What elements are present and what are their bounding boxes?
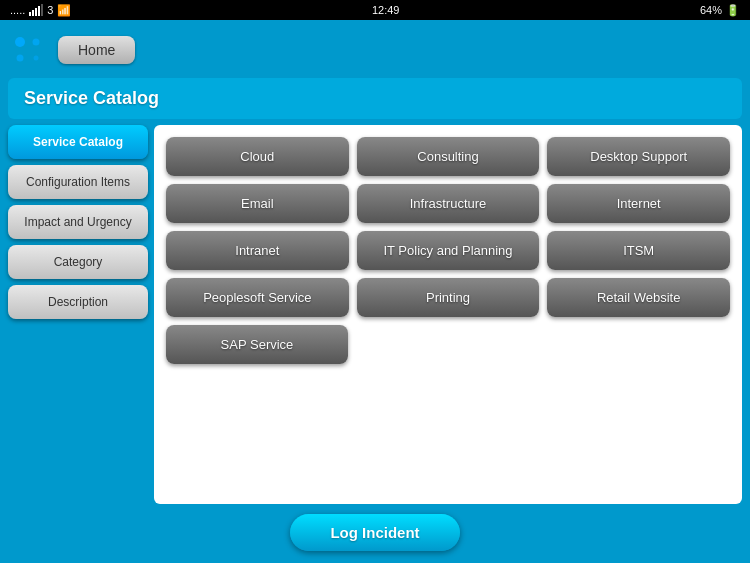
carrier-text: ..... [10, 4, 25, 16]
grid-row-1: Email Infrastructure Internet [166, 184, 730, 223]
grid-btn-retail-website[interactable]: Retail Website [547, 278, 730, 317]
time-display: 12:49 [372, 4, 400, 16]
grid-btn-consulting[interactable]: Consulting [357, 137, 540, 176]
bottom-area: Log Incident [8, 510, 742, 555]
logo-icon [8, 30, 48, 70]
grid-btn-intranet[interactable]: Intranet [166, 231, 349, 270]
grid-btn-cloud[interactable]: Cloud [166, 137, 349, 176]
main-container: Home Service Catalog Service Catalog Con… [0, 20, 750, 563]
battery-text: 64% [700, 4, 722, 16]
grid-btn-peoplesoft-service[interactable]: Peoplesoft Service [166, 278, 349, 317]
status-right: 64% 🔋 [700, 4, 740, 17]
svg-point-0 [15, 37, 25, 47]
grid-row-0: Cloud Consulting Desktop Support [166, 137, 730, 176]
svg-point-1 [33, 39, 40, 46]
grid-btn-desktop-support[interactable]: Desktop Support [547, 137, 730, 176]
battery-icon: 🔋 [726, 4, 740, 17]
signal-icon [29, 4, 43, 16]
title-bar: Service Catalog [8, 78, 742, 119]
status-bar: ..... 3 📶 12:49 64% 🔋 [0, 0, 750, 20]
grid-btn-email[interactable]: Email [166, 184, 349, 223]
grid-row-3: Peoplesoft Service Printing Retail Websi… [166, 278, 730, 317]
home-button[interactable]: Home [58, 36, 135, 64]
body-area: Service Catalog Configuration Items Impa… [8, 125, 742, 504]
sidebar-item-category[interactable]: Category [8, 245, 148, 279]
log-incident-button[interactable]: Log Incident [290, 514, 459, 551]
grid-btn-sap-service[interactable]: SAP Service [166, 325, 348, 364]
header-bar: Home [8, 28, 742, 72]
grid-btn-printing[interactable]: Printing [357, 278, 540, 317]
wifi-icon: 📶 [57, 4, 71, 17]
content-panel: Cloud Consulting Desktop Support Email I… [154, 125, 742, 504]
sidebar: Service Catalog Configuration Items Impa… [8, 125, 148, 504]
svg-point-3 [34, 56, 39, 61]
svg-point-2 [17, 55, 24, 62]
sidebar-item-impact-and-urgency[interactable]: Impact and Urgency [8, 205, 148, 239]
sidebar-item-description[interactable]: Description [8, 285, 148, 319]
network-type: 3 [47, 4, 53, 16]
grid-btn-infrastructure[interactable]: Infrastructure [357, 184, 540, 223]
grid-btn-internet[interactable]: Internet [547, 184, 730, 223]
status-left: ..... 3 📶 [10, 4, 71, 17]
grid-row-4: SAP Service [166, 325, 730, 364]
grid-btn-it-policy-and-planning[interactable]: IT Policy and Planning [357, 231, 540, 270]
sidebar-item-service-catalog[interactable]: Service Catalog [8, 125, 148, 159]
grid-btn-itsm[interactable]: ITSM [547, 231, 730, 270]
page-title: Service Catalog [24, 88, 159, 108]
grid-row-2: Intranet IT Policy and Planning ITSM [166, 231, 730, 270]
sidebar-item-configuration-items[interactable]: Configuration Items [8, 165, 148, 199]
